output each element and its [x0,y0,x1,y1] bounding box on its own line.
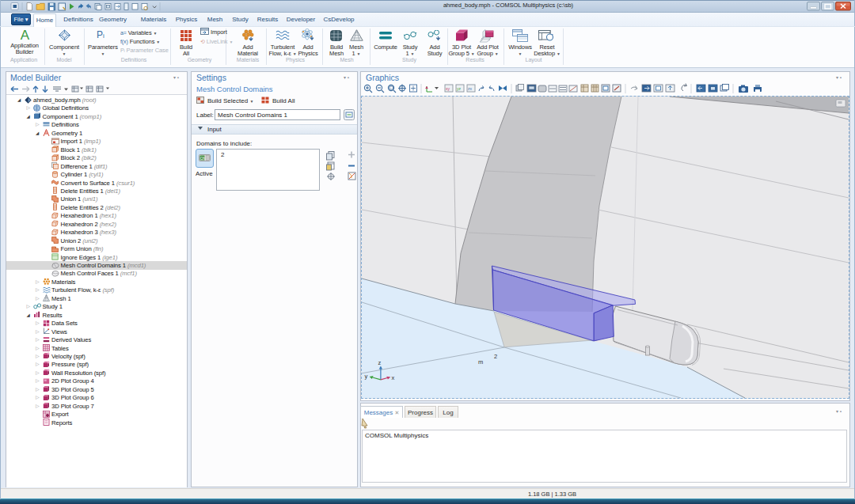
svg-text:x: x [392,374,395,381]
svg-text:zx: zx [468,86,473,91]
svg-text:z: z [378,359,382,366]
svg-text:yz: yz [457,86,462,91]
svg-text:m: m [478,358,483,366]
svg-text:y: y [365,373,368,380]
svg-text:ON: ON [200,157,206,161]
svg-text:xy: xy [446,86,450,91]
svg-text:2: 2 [494,353,497,360]
